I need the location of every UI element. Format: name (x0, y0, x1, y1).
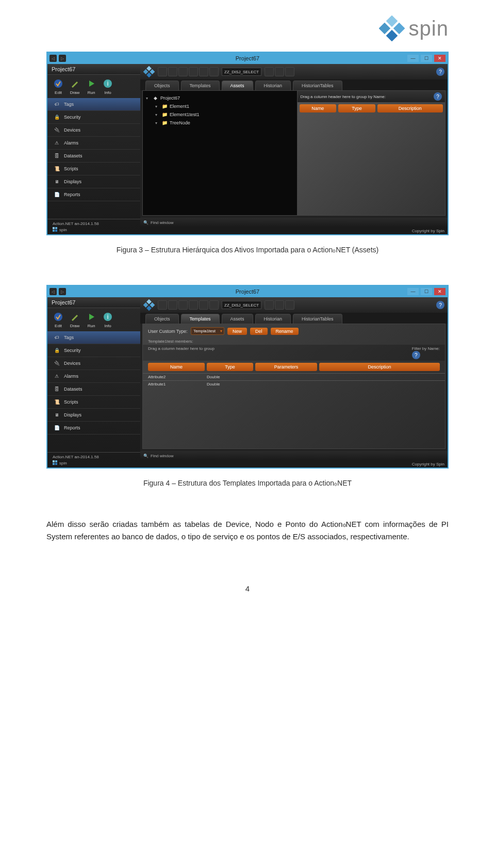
sidebar: Project67 Edit Draw Run iInfo 🏷Tags 🔒Sec… (47, 297, 140, 468)
tool-button[interactable] (209, 300, 219, 310)
mode-run[interactable]: Run (86, 78, 97, 95)
tool-button[interactable] (199, 300, 208, 310)
tab-objects[interactable]: Objects (145, 81, 179, 90)
sidebar-item-devices[interactable]: 🔌Devices (47, 357, 140, 370)
tab-assets[interactable]: Assets (222, 314, 253, 324)
nav-fwd-button[interactable]: ▷ (59, 288, 66, 295)
rename-button[interactable]: Rename (271, 328, 299, 335)
help-button[interactable]: ? (436, 301, 444, 309)
minimize-button[interactable]: — (407, 288, 419, 295)
tab-templates[interactable]: Templates (181, 314, 220, 324)
tool-button[interactable] (178, 67, 188, 76)
sidebar-item-devices[interactable]: 🔌Devices (47, 124, 140, 137)
svg-point-15 (54, 313, 62, 321)
svg-rect-7 (53, 227, 55, 229)
sidebar-item-scripts[interactable]: 📜Scripts (47, 396, 140, 409)
project-header[interactable]: Project67 (47, 297, 140, 308)
mode-draw[interactable]: Draw (69, 311, 80, 328)
tree-node[interactable]: ▾📁Element1 (146, 102, 294, 110)
column-header-type[interactable]: Type (207, 363, 253, 371)
tool-button[interactable] (265, 300, 274, 310)
tab-historiantables[interactable]: HistorianTables (293, 81, 342, 90)
nav-back-button[interactable]: ◁ (50, 55, 57, 62)
toolbar: ZZ_DISJ_SELECT ? (140, 64, 448, 79)
help-button[interactable]: ? (434, 92, 442, 101)
window-assets: ◁ ▷ Project67 — ☐ ✕ Project67 Edit Draw … (46, 52, 449, 235)
tree-node[interactable]: ▾📁TreeNode (146, 119, 294, 127)
new-button[interactable]: New (227, 328, 247, 335)
column-header-type[interactable]: Type (338, 104, 375, 112)
sidebar-item-reports[interactable]: 📄Reports (47, 188, 140, 201)
expand-icon[interactable]: ▾ (155, 112, 159, 117)
help-button[interactable]: ? (436, 68, 444, 76)
column-header-name[interactable]: Name (148, 363, 205, 371)
svg-rect-10 (55, 230, 57, 232)
sidebar-item-displays[interactable]: 🖥Displays (47, 175, 140, 188)
tab-historian[interactable]: Historian (255, 81, 291, 90)
mode-run[interactable]: Run (86, 311, 97, 328)
maximize-button[interactable]: ☐ (421, 288, 432, 295)
minimize-button[interactable]: — (407, 55, 419, 62)
tool-button[interactable] (168, 300, 177, 310)
project-header[interactable]: Project67 (47, 64, 140, 75)
expand-icon[interactable]: ▾ (155, 104, 159, 109)
tool-button[interactable] (158, 300, 167, 310)
column-header-description[interactable]: Description (377, 104, 443, 112)
column-header-parameters[interactable]: Parameters (255, 363, 317, 371)
sidebar-item-security[interactable]: 🔒Security (47, 111, 140, 124)
help-button[interactable]: ? (412, 351, 420, 359)
sidebar-item-scripts[interactable]: 📜Scripts (47, 163, 140, 175)
sidebar-item-datasets[interactable]: 🗄Datasets (47, 150, 140, 163)
mode-info[interactable]: iInfo (102, 311, 113, 328)
sidebar-item-tags[interactable]: 🏷Tags (47, 331, 140, 344)
expand-icon[interactable]: ▾ (155, 121, 159, 125)
find-bar[interactable]: 🔍Find window (140, 451, 448, 460)
tool-button[interactable] (189, 300, 198, 310)
tab-objects[interactable]: Objects (145, 314, 179, 324)
tool-button[interactable] (209, 67, 219, 76)
toolbar-combo[interactable]: ZZ_DISJ_SELECT (222, 301, 261, 309)
tab-templates[interactable]: Templates (181, 81, 220, 90)
expand-icon[interactable]: ▾ (146, 96, 150, 101)
mode-edit[interactable]: Edit (53, 78, 64, 95)
template-type-select[interactable]: Templa1test (191, 327, 224, 335)
sidebar-item-datasets[interactable]: 🗄Datasets (47, 383, 140, 396)
tab-historiantables[interactable]: HistorianTables (293, 314, 342, 324)
tool-button[interactable] (178, 300, 188, 310)
table-row[interactable]: Attribute2 Double (143, 373, 445, 380)
sidebar-item-security[interactable]: 🔒Security (47, 344, 140, 357)
tool-button[interactable] (275, 300, 284, 310)
toolbar-combo[interactable]: ZZ_DISJ_SELECT (222, 68, 261, 76)
tool-button[interactable] (285, 300, 294, 310)
tool-button[interactable] (265, 67, 274, 76)
tool-button[interactable] (285, 67, 294, 76)
maximize-button[interactable]: ☐ (421, 55, 432, 62)
sidebar-item-reports[interactable]: 📄Reports (47, 422, 140, 435)
tree-node[interactable]: ▾📁Element1test1 (146, 110, 294, 119)
tool-button[interactable] (168, 67, 177, 76)
sidebar-item-displays[interactable]: 🖥Displays (47, 409, 140, 422)
tool-button[interactable] (189, 67, 198, 76)
sidebar-item-alarms[interactable]: ⚠Alarms (47, 137, 140, 150)
mode-draw[interactable]: Draw (69, 78, 80, 95)
tool-button[interactable] (158, 67, 167, 76)
sidebar-item-alarms[interactable]: ⚠Alarms (47, 370, 140, 383)
tool-button[interactable] (275, 67, 284, 76)
tab-historian[interactable]: Historian (255, 314, 291, 324)
svg-text:i: i (107, 313, 109, 320)
close-button[interactable]: ✕ (434, 288, 446, 295)
sidebar-item-tags[interactable]: 🏷Tags (47, 98, 140, 111)
close-button[interactable]: ✕ (434, 55, 446, 62)
nav-back-button[interactable]: ◁ (50, 288, 57, 295)
column-header-description[interactable]: Description (319, 363, 440, 371)
tab-assets[interactable]: Assets (222, 81, 253, 90)
del-button[interactable]: Del (250, 328, 268, 335)
nav-fwd-button[interactable]: ▷ (59, 55, 66, 62)
tree-node[interactable]: ▾◆Project67 (146, 94, 294, 102)
find-bar[interactable]: 🔍Find window (140, 218, 448, 227)
table-row[interactable]: Attribute1 Double (143, 380, 445, 388)
tool-button[interactable] (199, 67, 208, 76)
mode-info[interactable]: iInfo (102, 78, 113, 95)
column-header-name[interactable]: Name (300, 104, 337, 112)
mode-edit[interactable]: Edit (53, 311, 64, 328)
